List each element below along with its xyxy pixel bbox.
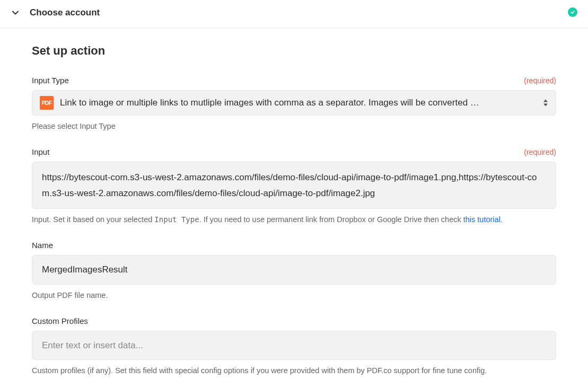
name-helper: Output PDF file name.: [32, 290, 556, 302]
helper-text-part: . If you need to use permanent link from…: [199, 215, 463, 224]
select-arrows-icon: [543, 100, 548, 107]
field-input: Input (required) https://bytescout-com.s…: [32, 147, 556, 226]
input-type-select[interactable]: PDF Link to image or multiple links to m…: [32, 90, 556, 116]
status-success-icon: [568, 7, 577, 17]
required-tag: (required): [524, 148, 556, 156]
required-tag: (required): [524, 76, 556, 85]
custom-profiles-label: Custom Profiles: [32, 316, 88, 325]
choose-account-step-header[interactable]: Choose account: [0, 0, 588, 28]
input-helper: Input. Set it based on your selected Inp…: [32, 214, 556, 226]
input-type-helper: Please select Input Type: [32, 121, 556, 133]
input-type-value: Link to image or multiple links to mutli…: [60, 98, 529, 108]
input-field[interactable]: https://bytescout-com.s3-us-west-2.amazo…: [32, 162, 556, 209]
pdf-icon: PDF: [40, 96, 54, 110]
setup-action-section: Set up action Input Type (required) PDF …: [0, 28, 588, 379]
name-label: Name: [32, 241, 53, 250]
input-type-label: Input Type: [32, 76, 69, 85]
tutorial-link[interactable]: this tutorial: [463, 215, 501, 224]
helper-text-part: Input. Set it based on your selected: [32, 215, 154, 224]
name-field[interactable]: MergedImagesResult: [32, 255, 556, 285]
section-heading: Set up action: [32, 44, 556, 58]
custom-profiles-field[interactable]: Enter text or insert data...: [32, 331, 556, 360]
chevron-down-icon[interactable]: [11, 8, 20, 17]
custom-profiles-helper: Custom profiles (if any). Set this field…: [32, 365, 556, 377]
input-label: Input: [32, 147, 49, 156]
helper-text-part: .: [501, 215, 503, 224]
helper-code: Input Type: [154, 215, 199, 224]
field-name: Name MergedImagesResult Output PDF file …: [32, 241, 556, 302]
field-input-type: Input Type (required) PDF Link to image …: [32, 76, 556, 133]
step-title: Choose account: [30, 7, 100, 18]
field-custom-profiles: Custom Profiles Enter text or insert dat…: [32, 316, 556, 377]
